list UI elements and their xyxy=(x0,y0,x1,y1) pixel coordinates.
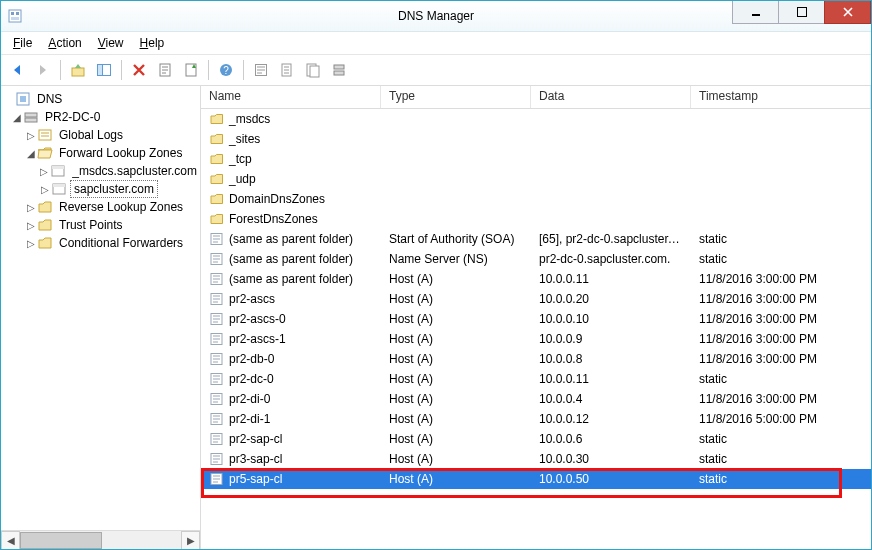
column-data[interactable]: Data xyxy=(531,86,691,108)
tree-pane[interactable]: DNS ◢ PR2-DC-0 ▷ Global Logs ◢ Forward L… xyxy=(1,86,201,549)
tree-server[interactable]: ◢ PR2-DC-0 xyxy=(3,108,200,126)
folder-row[interactable]: _sites xyxy=(201,129,871,149)
svg-rect-8 xyxy=(98,65,103,76)
expand-icon[interactable]: ▷ xyxy=(25,238,37,249)
record-row[interactable]: pr2-db-0Host (A)10.0.0.811/8/2016 3:00:0… xyxy=(201,349,871,369)
record-icon xyxy=(209,252,225,266)
server-button[interactable] xyxy=(327,58,351,82)
scroll-left-button[interactable]: ◀ xyxy=(1,531,20,550)
menubar: File Action View Help xyxy=(1,32,871,55)
record-icon xyxy=(209,232,225,246)
folder-icon xyxy=(209,212,225,226)
scroll-track[interactable] xyxy=(20,532,181,549)
tree-conditional-forwarders[interactable]: ▷ Conditional Forwarders xyxy=(3,234,200,252)
tree-trust-points[interactable]: ▷ Trust Points xyxy=(3,216,200,234)
record-row[interactable]: pr2-di-1Host (A)10.0.0.1211/8/2016 5:00:… xyxy=(201,409,871,429)
record-row[interactable]: pr2-ascs-1Host (A)10.0.0.911/8/2016 3:00… xyxy=(201,329,871,349)
record-data: 10.0.0.11 xyxy=(531,372,691,386)
expand-icon[interactable]: ▷ xyxy=(39,184,51,195)
tree-forward-zones[interactable]: ◢ Forward Lookup Zones xyxy=(3,144,200,162)
record-icon xyxy=(209,372,225,386)
tree-scrollbar[interactable]: ◀ ▶ xyxy=(1,530,200,549)
svg-rect-6 xyxy=(72,68,84,76)
svg-rect-23 xyxy=(39,130,51,140)
column-name[interactable]: Name xyxy=(201,86,381,108)
record-row[interactable]: pr2-sap-clHost (A)10.0.0.6static xyxy=(201,429,871,449)
record-type: Host (A) xyxy=(381,432,531,446)
record-timestamp: static xyxy=(691,472,871,486)
records-list[interactable]: _msdcs_sites_tcp_udpDomainDnsZonesForest… xyxy=(201,109,871,549)
folder-icon xyxy=(37,199,53,215)
close-button[interactable] xyxy=(824,1,871,24)
folder-row[interactable]: _msdcs xyxy=(201,109,871,129)
expand-icon[interactable]: ▷ xyxy=(38,166,50,177)
record-icon xyxy=(209,472,225,486)
record-type: Host (A) xyxy=(381,472,531,486)
record-name: pr2-dc-0 xyxy=(229,372,274,386)
show-hide-tree-button[interactable] xyxy=(92,58,116,82)
folder-name: ForestDnsZones xyxy=(229,212,318,226)
record-row[interactable]: (same as parent folder)Start of Authorit… xyxy=(201,229,871,249)
scope-tree[interactable]: DNS ◢ PR2-DC-0 ▷ Global Logs ◢ Forward L… xyxy=(1,86,200,530)
folder-row[interactable]: ForestDnsZones xyxy=(201,209,871,229)
folder-icon xyxy=(37,235,53,251)
filter-button[interactable] xyxy=(249,58,273,82)
record-row[interactable]: (same as parent folder)Name Server (NS)p… xyxy=(201,249,871,269)
dns-icon xyxy=(15,91,31,107)
minimize-button[interactable] xyxy=(732,1,779,24)
maximize-button[interactable] xyxy=(778,1,825,24)
folder-icon xyxy=(209,132,225,146)
column-type[interactable]: Type xyxy=(381,86,531,108)
record-row[interactable]: (same as parent folder)Host (A)10.0.0.11… xyxy=(201,269,871,289)
titlebar[interactable]: DNS Manager xyxy=(1,1,871,32)
nav-forward-button[interactable] xyxy=(31,58,55,82)
scroll-thumb[interactable] xyxy=(20,532,102,549)
record-row[interactable]: pr2-ascsHost (A)10.0.0.2011/8/2016 3:00:… xyxy=(201,289,871,309)
tree-zone-msdcs[interactable]: ▷ _msdcs.sapcluster.com xyxy=(3,162,200,180)
record-row[interactable]: pr2-dc-0Host (A)10.0.0.11static xyxy=(201,369,871,389)
expand-icon[interactable]: ▷ xyxy=(25,202,37,213)
record-name: (same as parent folder) xyxy=(229,232,353,246)
tree-global-logs[interactable]: ▷ Global Logs xyxy=(3,126,200,144)
up-button[interactable] xyxy=(66,58,90,82)
refresh-button[interactable] xyxy=(179,58,203,82)
properties-button[interactable] xyxy=(153,58,177,82)
new-zone-button[interactable] xyxy=(301,58,325,82)
record-icon xyxy=(209,272,225,286)
help-button[interactable]: ? xyxy=(214,58,238,82)
record-data: 10.0.0.4 xyxy=(531,392,691,406)
svg-rect-27 xyxy=(53,184,65,187)
menu-file[interactable]: File xyxy=(7,34,38,52)
record-timestamp: 11/8/2016 3:00:00 PM xyxy=(691,352,871,366)
scroll-right-button[interactable]: ▶ xyxy=(181,531,200,550)
collapse-icon[interactable]: ◢ xyxy=(25,148,37,159)
tree-root-dns[interactable]: DNS xyxy=(3,90,200,108)
new-record-button[interactable] xyxy=(275,58,299,82)
folder-row[interactable]: _tcp xyxy=(201,149,871,169)
collapse-icon[interactable]: ◢ xyxy=(11,112,23,123)
nav-back-button[interactable] xyxy=(5,58,29,82)
folder-icon xyxy=(209,172,225,186)
record-data: 10.0.0.30 xyxy=(531,452,691,466)
menu-help[interactable]: Help xyxy=(134,34,171,52)
svg-rect-1 xyxy=(11,12,14,15)
folder-row[interactable]: DomainDnsZones xyxy=(201,189,871,209)
svg-rect-0 xyxy=(9,10,21,22)
expand-icon[interactable]: ▷ xyxy=(25,220,37,231)
record-row[interactable]: pr2-ascs-0Host (A)10.0.0.1011/8/2016 3:0… xyxy=(201,309,871,329)
menu-action[interactable]: Action xyxy=(42,34,87,52)
menu-view[interactable]: View xyxy=(92,34,130,52)
tree-reverse-zones[interactable]: ▷ Reverse Lookup Zones xyxy=(3,198,200,216)
record-row[interactable]: pr5-sap-clHost (A)10.0.0.50static xyxy=(201,469,871,489)
tree-zone-sapcluster[interactable]: ▷ sapcluster.com xyxy=(3,180,200,198)
record-timestamp: 11/8/2016 3:00:00 PM xyxy=(691,272,871,286)
record-row[interactable]: pr3-sap-clHost (A)10.0.0.30static xyxy=(201,449,871,469)
record-timestamp: static xyxy=(691,452,871,466)
column-timestamp[interactable]: Timestamp xyxy=(691,86,871,108)
record-row[interactable]: pr2-di-0Host (A)10.0.0.411/8/2016 3:00:0… xyxy=(201,389,871,409)
record-name: pr2-di-0 xyxy=(229,392,270,406)
folder-row[interactable]: _udp xyxy=(201,169,871,189)
expand-icon[interactable]: ▷ xyxy=(25,130,37,141)
delete-button[interactable] xyxy=(127,58,151,82)
folder-icon xyxy=(209,192,225,206)
